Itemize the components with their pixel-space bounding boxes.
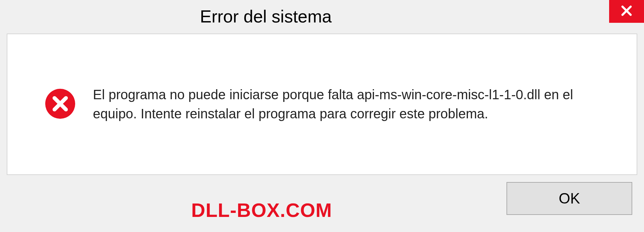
close-icon — [620, 4, 634, 19]
error-message: El programa no puede iniciarse porque fa… — [93, 85, 610, 123]
ok-button-label: OK — [559, 190, 580, 207]
dialog-footer: DLL-BOX.COM OK — [0, 175, 644, 232]
ok-button[interactable]: OK — [506, 182, 632, 215]
watermark-text: DLL-BOX.COM — [191, 199, 332, 221]
dialog-title: Error del sistema — [200, 6, 332, 26]
titlebar: Error del sistema — [0, 0, 644, 33]
close-button[interactable] — [609, 0, 644, 23]
dialog-content: El programa no puede iniciarse porque fa… — [7, 34, 637, 175]
error-icon — [44, 88, 76, 121]
